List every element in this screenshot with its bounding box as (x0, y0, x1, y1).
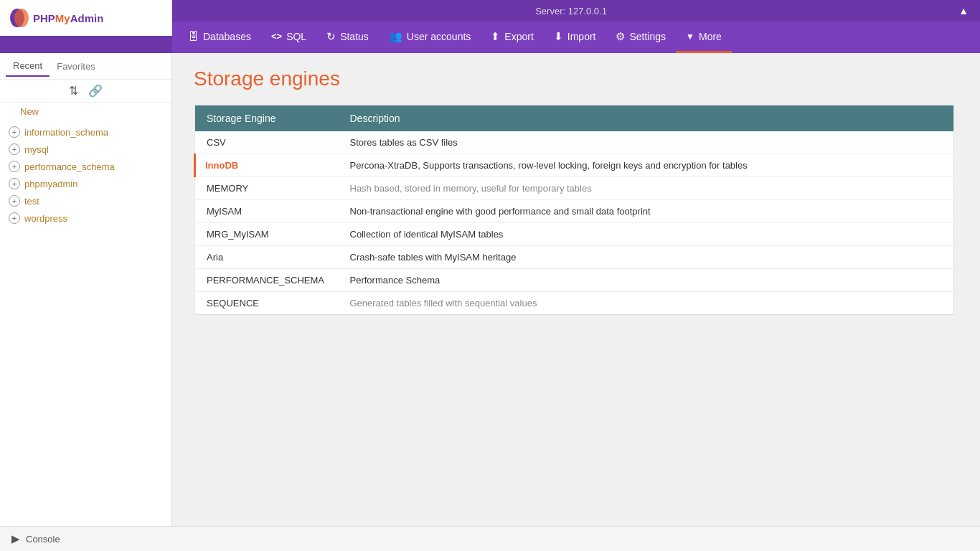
logo-php: PHP (33, 12, 55, 24)
table-row[interactable]: MRG_MyISAMCollection of identical MyISAM… (195, 223, 954, 246)
console-icon: ▶ (11, 532, 20, 545)
table-row[interactable]: CSVStores tables as CSV files (195, 131, 954, 154)
nav-settings-label: Settings (629, 31, 666, 42)
engine-desc-cell: Percona-XtraDB, Supports transactions, r… (339, 154, 954, 177)
sidebar-link-icon[interactable]: 🔗 (88, 84, 103, 98)
table-row[interactable]: SEQUENCEGenerated tables filled with seq… (195, 292, 954, 315)
nav-sql[interactable]: <> SQL (261, 22, 316, 53)
table-row[interactable]: MEMORYHash based, stored in memory, usef… (195, 177, 954, 200)
db-item-wordpress[interactable]: + wordpress (0, 209, 171, 227)
nav-user-accounts[interactable]: 👥 User accounts (379, 22, 481, 53)
status-icon: ↻ (326, 30, 336, 43)
storage-engines-table: Storage Engine Description CSVStores tab… (194, 105, 954, 315)
db-name[interactable]: phpmyadmin (24, 179, 77, 189)
database-list: + information_schema + mysql + performan… (0, 121, 171, 230)
db-expand-icon[interactable]: + (9, 161, 20, 172)
engine-desc-cell: Collection of identical MyISAM tables (339, 223, 954, 246)
nav-settings[interactable]: ⚙ Settings (606, 22, 676, 53)
nav-export-label: Export (504, 31, 533, 42)
engine-name-cell: SEQUENCE (195, 292, 339, 315)
engine-name-cell: CSV (195, 131, 339, 154)
nav-status-label: Status (340, 31, 369, 42)
db-expand-icon[interactable]: + (9, 212, 20, 224)
console-label: Console (26, 534, 60, 545)
sql-icon: <> (271, 31, 282, 42)
db-item-test[interactable]: + test (0, 192, 171, 209)
db-expand-icon[interactable]: + (9, 126, 20, 138)
sidebar-new-item[interactable]: New (0, 103, 171, 121)
page-title: Storage engines (194, 67, 958, 90)
import-icon: ⬇ (554, 30, 563, 43)
databases-icon: 🗄 (188, 30, 199, 42)
table-row[interactable]: InnoDBPercona-XtraDB, Supports transacti… (195, 154, 954, 177)
nav-more[interactable]: ▼ More (676, 22, 732, 53)
db-name[interactable]: wordpress (24, 213, 67, 224)
more-icon: ▼ (686, 32, 694, 42)
collapse-icon[interactable]: ▲ (958, 5, 969, 17)
user-accounts-icon: 👥 (389, 30, 402, 43)
engine-desc-cell: Non-transactional engine with good perfo… (339, 200, 954, 223)
export-icon: ⬆ (491, 30, 500, 43)
app-logo[interactable]: PHPMyAdmin (9, 7, 103, 29)
engine-desc-cell: Generated tables filled with sequential … (339, 292, 954, 315)
engine-desc-cell: Stores tables as CSV files (339, 131, 954, 154)
nav-more-label: More (699, 31, 722, 42)
engine-name-cell: MEMORY (195, 177, 339, 200)
logo-icon (9, 7, 30, 29)
table-row[interactable]: AriaCrash-safe tables with MyISAM herita… (195, 246, 954, 269)
nav-sql-label: SQL (286, 31, 306, 42)
table-row[interactable]: PERFORMANCE_SCHEMAPerformance Schema (195, 269, 954, 292)
engine-name-cell: MyISAM (195, 200, 339, 223)
nav-import[interactable]: ⬇ Import (544, 22, 606, 53)
db-item-performance-schema[interactable]: + performance_schema (0, 158, 171, 175)
db-expand-icon[interactable]: + (9, 143, 20, 155)
console-bar[interactable]: ▶ Console (0, 526, 980, 551)
svg-point-1 (14, 9, 29, 27)
db-expand-icon[interactable]: + (9, 195, 20, 207)
nav-databases-label: Databases (203, 31, 251, 42)
nav-status[interactable]: ↻ Status (316, 22, 379, 53)
server-label: Server: 127.0.0.1 (184, 6, 958, 17)
engine-name-cell: MRG_MyISAM (195, 223, 339, 246)
table-header-row: Storage Engine Description (195, 105, 954, 132)
nav-export[interactable]: ⬆ Export (481, 22, 543, 53)
main-content: Storage engines Storage Engine Descripti… (172, 53, 980, 526)
sidebar-tab-recent[interactable]: Recent (6, 56, 50, 77)
engine-name-cell: PERFORMANCE_SCHEMA (195, 269, 339, 292)
db-item-phpmyadmin[interactable]: + phpmyadmin (0, 175, 171, 192)
db-name[interactable]: test (24, 196, 39, 207)
settings-icon: ⚙ (616, 30, 625, 43)
nav-user-accounts-label: User accounts (407, 31, 471, 42)
engine-desc-cell: Crash-safe tables with MyISAM heritage (339, 246, 954, 269)
sidebar-new-label: New (20, 106, 39, 117)
db-name[interactable]: performance_schema (24, 161, 115, 172)
nav-databases[interactable]: 🗄 Databases (178, 22, 261, 53)
engine-name-cell: InnoDB (195, 154, 339, 177)
db-name[interactable]: mysql (24, 144, 49, 155)
db-item-information-schema[interactable]: + information_schema (0, 123, 171, 141)
sidebar-expand-icon[interactable]: ⇅ (69, 84, 78, 98)
logo-my: My (55, 12, 70, 24)
col-description: Description (339, 105, 954, 132)
db-name[interactable]: information_schema (24, 127, 108, 138)
engine-desc-cell: Hash based, stored in memory, useful for… (339, 177, 954, 200)
db-expand-icon[interactable]: + (9, 178, 20, 189)
table-row[interactable]: MyISAMNon-transactional engine with good… (195, 200, 954, 223)
nav-import-label: Import (567, 31, 596, 42)
sidebar-tab-favorites[interactable]: Favorites (50, 56, 102, 76)
logo-admin: Admin (70, 12, 104, 24)
db-item-mysql[interactable]: + mysql (0, 141, 171, 158)
engine-desc-cell: Performance Schema (339, 269, 954, 292)
engine-name-cell: Aria (195, 246, 339, 269)
col-engine: Storage Engine (195, 105, 339, 132)
